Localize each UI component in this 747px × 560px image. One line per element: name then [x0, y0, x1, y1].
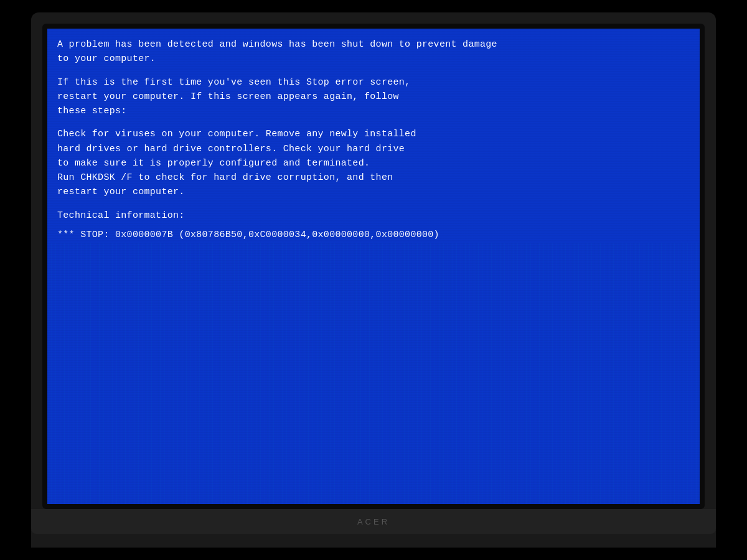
bsod-line1: A problem has been detected and windows …	[57, 37, 690, 67]
bsod-technical-label: Technical information:	[57, 208, 690, 223]
bsod-screen: A problem has been detected and windows …	[47, 29, 700, 504]
laptop-body: A problem has been detected and windows …	[31, 12, 716, 548]
laptop-brand-label: Acer	[357, 517, 390, 526]
screen-bezel: A problem has been detected and windows …	[42, 24, 705, 509]
laptop-bottom-bar: Acer	[31, 509, 716, 534]
bsod-line3: Check for viruses on your computer. Remo…	[57, 127, 690, 199]
screen-interference	[47, 243, 700, 504]
bsod-stop-code: *** STOP: 0x0000007B (0x80786B50,0xC0000…	[57, 228, 690, 242]
bsod-content: A problem has been detected and windows …	[47, 29, 700, 259]
bsod-line2: If this is the first time you've seen th…	[57, 75, 690, 119]
